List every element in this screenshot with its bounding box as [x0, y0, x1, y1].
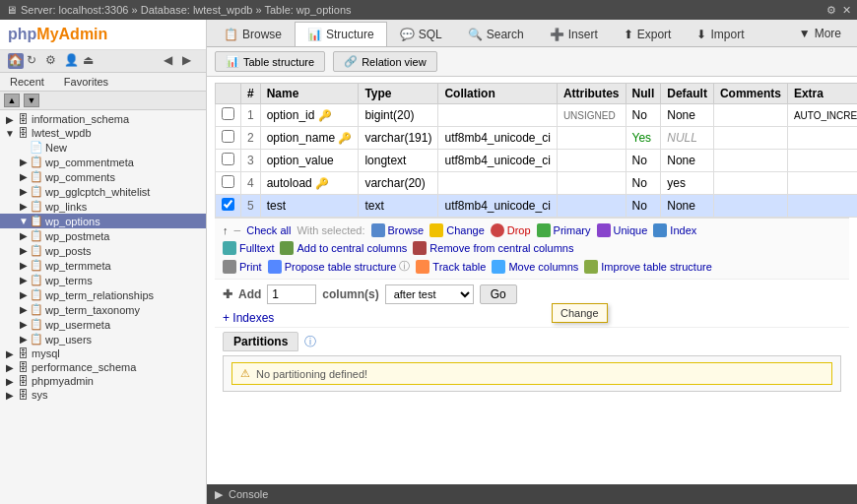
- drop-link[interactable]: Drop: [491, 223, 531, 237]
- expand-icon: ▶: [18, 275, 30, 285]
- breadcrumb: Server: localhost:3306 » Database: lwtes…: [21, 4, 352, 16]
- tree-item-wp_gglcptch_whitelist[interactable]: ▶ 📋 wp_gglcptch_whitelist: [0, 184, 206, 199]
- subtab-relation-view[interactable]: 🔗 Relation view: [333, 51, 436, 72]
- main-layout: phpMyAdmin 🏠 ↻ ⚙ 👤 ⏏ ◀ ▶ Recent Favorite…: [0, 20, 857, 504]
- row-checkbox-cell[interactable]: [216, 104, 241, 127]
- tree-item-wp_users[interactable]: ▶ 📋 wp_users: [0, 332, 206, 346]
- index-action-icon: [653, 223, 667, 237]
- primary-link[interactable]: Primary: [537, 223, 591, 237]
- add-central-link[interactable]: Add to central columns: [280, 241, 407, 255]
- tree-item-wp_terms[interactable]: ▶ 📋 wp_terms: [0, 273, 206, 287]
- tree-item-performance_schema[interactable]: ▶ 🗄 performance_schema: [0, 360, 206, 374]
- refresh-icon[interactable]: ↻: [27, 53, 42, 69]
- print-link[interactable]: Print: [223, 260, 262, 274]
- key-icon: 🔑: [338, 132, 352, 144]
- row-null: No: [626, 150, 661, 172]
- expand-icon: ▶: [18, 201, 30, 212]
- subtab-table-structure[interactable]: 📊 Table structure: [215, 51, 325, 72]
- tree-item-wp_term_taxonomy[interactable]: ▶ 📋 wp_term_taxonomy: [0, 302, 206, 317]
- arrow-left-icon[interactable]: ◀: [164, 53, 179, 69]
- row-checkbox-cell[interactable]: [216, 172, 241, 195]
- check-all-link[interactable]: Check all: [246, 224, 291, 236]
- move-columns-link[interactable]: Move columns: [492, 260, 578, 274]
- scroll-up-btn[interactable]: ▲: [4, 94, 20, 107]
- row-checkbox[interactable]: [222, 175, 234, 188]
- sidebar-tab-favorites[interactable]: Favorites: [54, 73, 118, 91]
- tree-item-phpmyadmin[interactable]: ▶ 🗄 phpmyadmin: [0, 374, 206, 388]
- row-name: autoload 🔑: [260, 172, 359, 195]
- tab-sql[interactable]: 💬 SQL: [387, 22, 455, 46]
- user-icon[interactable]: 👤: [64, 53, 80, 69]
- tree-item-wp_links[interactable]: ▶ 📋 wp_links: [0, 199, 206, 214]
- tree-item-wp_posts[interactable]: ▶ 📋 wp_posts: [0, 243, 206, 258]
- remove-central-link[interactable]: Remove from central columns: [413, 241, 573, 255]
- improve-link[interactable]: Improve table structure: [584, 260, 712, 274]
- table-row: 3 option_value longtext utf8mb4_unicode_…: [216, 150, 858, 172]
- tree-node-label: performance_schema: [32, 361, 202, 373]
- row-extra: [787, 150, 857, 172]
- tree-item-lwtest_wpdb[interactable]: ▼ 🗄 lwtest_wpdb: [0, 126, 206, 140]
- close-icon[interactable]: ✕: [842, 4, 851, 17]
- indexes-link[interactable]: + Indexes: [223, 311, 274, 325]
- tree-item-mysql[interactable]: ▶ 🗄 mysql: [0, 346, 206, 360]
- unique-link[interactable]: Unique: [597, 223, 648, 237]
- table-content: # Name Type Collation Attributes Null De…: [207, 77, 857, 484]
- row-checkbox[interactable]: [222, 153, 234, 165]
- row-checkbox[interactable]: [222, 107, 234, 120]
- row-comments: [713, 172, 787, 195]
- tree-item-sys[interactable]: ▶ 🗄 sys: [0, 388, 206, 402]
- expand-icon: ▶: [18, 304, 30, 315]
- home-icon[interactable]: 🏠: [8, 53, 24, 69]
- row-checkbox[interactable]: [222, 198, 234, 211]
- tree-item-wp_comments[interactable]: ▶ 📋 wp_comments: [0, 169, 206, 184]
- tab-insert[interactable]: ➕ Insert: [537, 22, 611, 46]
- position-select[interactable]: after test at beginning at end: [385, 284, 474, 304]
- exit-icon[interactable]: ⏏: [83, 53, 99, 69]
- tree-item-wp_options[interactable]: ▼ 📋 wp_options: [0, 214, 206, 228]
- tree-item-wp_term_relationships[interactable]: ▶ 📋 wp_term_relationships: [0, 287, 206, 302]
- console-label: Console: [229, 488, 268, 500]
- col-null: Null: [626, 84, 661, 104]
- track-link[interactable]: Track table: [416, 260, 486, 274]
- tree-node-icon: 📋: [30, 200, 43, 213]
- tree-item-new[interactable]: 📄 New: [0, 140, 206, 155]
- tree-node-label: New: [45, 142, 202, 154]
- go-button[interactable]: Go: [480, 284, 517, 304]
- fulltext-link[interactable]: Fulltext: [223, 241, 274, 255]
- settings-icon[interactable]: ⚙: [45, 53, 61, 69]
- index-link[interactable]: Index: [653, 223, 696, 237]
- tree-item-information_schema[interactable]: ▶ 🗄 information_schema: [0, 112, 206, 126]
- row-checkbox-cell[interactable]: [216, 195, 241, 218]
- scroll-down-btn[interactable]: ▼: [24, 94, 39, 107]
- tab-browse[interactable]: 📋 Browse: [211, 22, 295, 46]
- tree-item-wp_commentmeta[interactable]: ▶ 📋 wp_commentmeta: [0, 155, 206, 169]
- sidebar-tab-recent[interactable]: Recent: [0, 73, 54, 91]
- gear-icon[interactable]: ⚙: [826, 4, 836, 17]
- add-columns-row: ✚ Add column(s) after test at beginning …: [215, 279, 849, 309]
- indexes-section: + Indexes: [215, 309, 849, 327]
- propose-link[interactable]: Propose table structure ⓘ: [268, 259, 411, 274]
- row-checkbox[interactable]: [222, 130, 234, 143]
- tab-structure[interactable]: 📊 Structure: [295, 22, 387, 46]
- warning-icon: ⚠: [240, 367, 250, 380]
- tree-item-wp_termmeta[interactable]: ▶ 📋 wp_termmeta: [0, 258, 206, 273]
- row-default: None: [661, 104, 714, 127]
- change-link[interactable]: Change: [429, 223, 485, 237]
- row-name: option_id 🔑: [260, 104, 359, 127]
- sidebar-icons: 🏠 ↻ ⚙ 👤 ⏏ ◀ ▶: [0, 50, 206, 73]
- row-checkbox-cell[interactable]: [216, 150, 241, 172]
- partitions-info-icon[interactable]: ⓘ: [304, 334, 316, 350]
- add-columns-input[interactable]: [267, 284, 316, 304]
- tab-import[interactable]: ⬇ Import: [684, 22, 757, 46]
- partitions-header: Partitions ⓘ: [223, 332, 841, 351]
- row-checkbox-cell[interactable]: [216, 127, 241, 150]
- tab-export[interactable]: ⬆ Export: [611, 22, 685, 46]
- arrow-right-icon[interactable]: ▶: [182, 53, 198, 69]
- add-icon: ✚: [223, 287, 232, 301]
- tree-item-wp_postmeta[interactable]: ▶ 📋 wp_postmeta: [0, 228, 206, 243]
- row-attributes: [557, 172, 626, 195]
- tab-search[interactable]: 🔍 Search: [455, 22, 537, 46]
- browse-link[interactable]: Browse: [371, 223, 425, 237]
- tree-item-wp_usermeta[interactable]: ▶ 📋 wp_usermeta: [0, 317, 206, 332]
- tab-more[interactable]: ▼ More: [787, 20, 853, 46]
